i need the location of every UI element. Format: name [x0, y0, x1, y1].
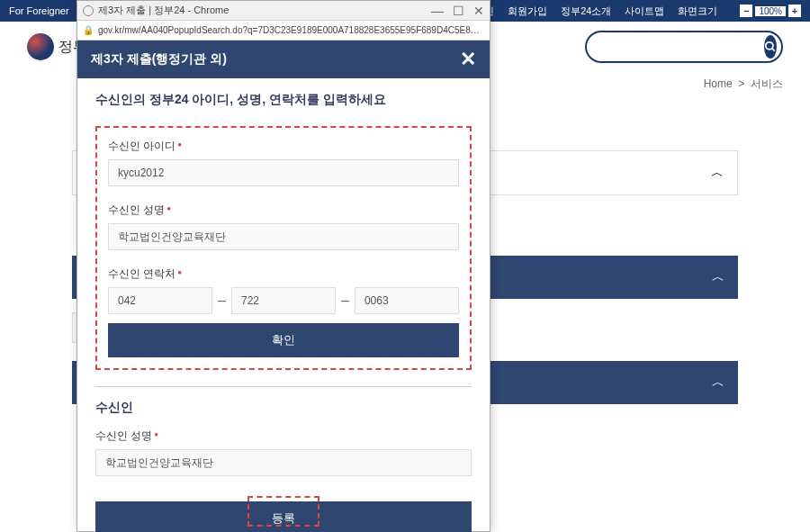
chevron-up-icon: ︿ — [711, 165, 724, 181]
phone-separator: – — [341, 293, 349, 309]
modal-body: 수신인의 정부24 아이디, 성명, 연락처를 입력하세요 수신인 아이디● 수… — [77, 78, 490, 532]
svg-line-1 — [772, 49, 775, 51]
recipient-contact-label: 수신인 연락처● — [108, 266, 459, 282]
url-bar: 🔒 gov.kr/mw/AA040PopupIdSearch.do?q=7D3C… — [77, 21, 490, 41]
recipient-name-input[interactable] — [108, 223, 459, 250]
search-input[interactable] — [591, 41, 764, 54]
zoom-out-button[interactable]: − — [740, 5, 752, 17]
popup-window: 제3자 제출 | 정부24 - Chrome — ☐ ✕ 🔒 gov.kr/mw… — [76, 0, 490, 532]
register-button[interactable]: 등록 — [95, 501, 472, 532]
nav-textsize: 화면크기 — [678, 5, 717, 18]
minimize-button[interactable]: — — [431, 4, 444, 18]
modal-instruction: 수신인의 정부24 아이디, 성명, 연락처를 입력하세요 — [95, 92, 472, 108]
url-text: gov.kr/mw/AA040PopupIdSearch.do?q=7D3C23… — [98, 25, 484, 35]
logo-icon — [27, 33, 54, 60]
zoom-in-button[interactable]: + — [788, 5, 801, 17]
search-icon — [764, 41, 777, 53]
titlebar-text: 제3자 제출 | 정부24 - Chrome — [98, 4, 431, 17]
maximize-button[interactable]: ☐ — [453, 4, 464, 18]
nav-sitemap[interactable]: 사이트맵 — [625, 5, 664, 18]
search-bar — [585, 31, 783, 63]
recipient-id-label: 수신인 아이디● — [108, 139, 459, 154]
search-button[interactable] — [764, 35, 777, 59]
phone-part2-input[interactable] — [231, 287, 336, 314]
zoom-value: 100% — [755, 6, 786, 16]
svg-point-0 — [766, 42, 773, 50]
chrome-icon — [83, 5, 94, 16]
recipient-name2-label: 수신인 성명● — [95, 428, 472, 444]
phone-part1-input[interactable] — [108, 287, 212, 314]
breadcrumb-current: 서비스 — [751, 77, 783, 90]
close-window-button[interactable]: ✕ — [473, 4, 484, 18]
modal-title: 제3자 제출(행정기관 외) — [91, 51, 227, 68]
highlighted-form-section: 수신인 아이디● 수신인 성명● 수신인 연락처● – – 확인 — [95, 126, 472, 370]
recipient-section-title: 수신인 — [95, 400, 472, 416]
confirm-button[interactable]: 확인 — [108, 323, 459, 357]
phone-separator: – — [218, 293, 226, 309]
recipient-name-label: 수신인 성명● — [108, 203, 459, 218]
modal-close-button[interactable]: ✕ — [460, 50, 476, 69]
nav-about[interactable]: 정부24소개 — [561, 5, 611, 18]
foreigner-link[interactable]: For Foreigner — [9, 5, 69, 16]
modal-header: 제3자 제출(행정기관 외) ✕ — [77, 41, 490, 78]
recipient-name2-input[interactable] — [95, 449, 472, 476]
popup-titlebar: 제3자 제출 | 정부24 - Chrome — ☐ ✕ — [77, 1, 490, 21]
lock-icon: 🔒 — [83, 25, 94, 35]
chevron-up-icon: ︿ — [712, 374, 724, 391]
recipient-id-input[interactable] — [108, 159, 459, 186]
breadcrumb-home[interactable]: Home — [704, 77, 733, 90]
nav-signup[interactable]: 회원가입 — [508, 5, 547, 18]
chevron-up-icon: ︿ — [712, 269, 724, 285]
phone-part3-input[interactable] — [355, 287, 459, 314]
